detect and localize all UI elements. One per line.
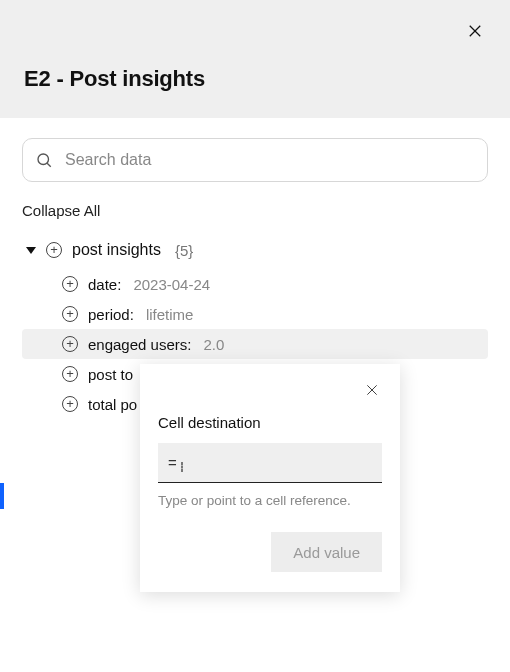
panel-header: E2 - Post insights: [0, 0, 510, 118]
add-icon[interactable]: [62, 306, 78, 322]
tree-value: lifetime: [146, 306, 194, 323]
cell-reference-input[interactable]: [187, 453, 381, 472]
add-icon[interactable]: [46, 242, 62, 258]
tree-key: post to: [88, 366, 133, 383]
tree-row[interactable]: date2023-04-24: [22, 269, 488, 299]
close-icon: [466, 22, 484, 40]
tree-key: total po: [88, 396, 137, 413]
tree-root-count: {5}: [175, 242, 193, 259]
tree-value: 2.0: [203, 336, 224, 353]
tree-row[interactable]: engaged users2.0: [22, 329, 488, 359]
formula-prefix: =: [168, 454, 177, 471]
cell-reference-field[interactable]: =: [158, 443, 382, 483]
add-icon[interactable]: [62, 276, 78, 292]
svg-line-3: [47, 163, 51, 167]
close-panel-button[interactable]: [466, 22, 486, 42]
tree-key: period: [88, 306, 136, 323]
tree-row[interactable]: periodlifetime: [22, 299, 488, 329]
popover-actions: Add value: [158, 532, 382, 572]
tree-root-row[interactable]: post insights {5}: [22, 235, 488, 265]
cell-ref-cursor-icon: [181, 462, 183, 472]
search-box[interactable]: [22, 138, 488, 182]
add-icon[interactable]: [62, 396, 78, 412]
tree-value: 2023-04-24: [133, 276, 210, 293]
add-value-button[interactable]: Add value: [271, 532, 382, 572]
cell-destination-popover: Cell destination = Type or point to a ce…: [140, 364, 400, 592]
popover-close-button[interactable]: [364, 382, 382, 400]
svg-point-2: [38, 154, 49, 165]
tree-root-label: post insights: [72, 241, 161, 259]
page-title: E2 - Post insights: [24, 66, 205, 92]
add-icon[interactable]: [62, 366, 78, 382]
collapse-all-link[interactable]: Collapse All: [22, 202, 488, 219]
chevron-down-icon[interactable]: [26, 247, 36, 254]
popover-title: Cell destination: [158, 414, 382, 431]
search-input[interactable]: [63, 150, 475, 170]
close-icon: [364, 382, 380, 398]
tree-key: engaged users: [88, 336, 193, 353]
search-icon: [35, 151, 53, 169]
popover-hint: Type or point to a cell reference.: [158, 493, 382, 508]
tree-key: date: [88, 276, 123, 293]
left-accent-indicator: [0, 483, 4, 509]
add-icon[interactable]: [62, 336, 78, 352]
